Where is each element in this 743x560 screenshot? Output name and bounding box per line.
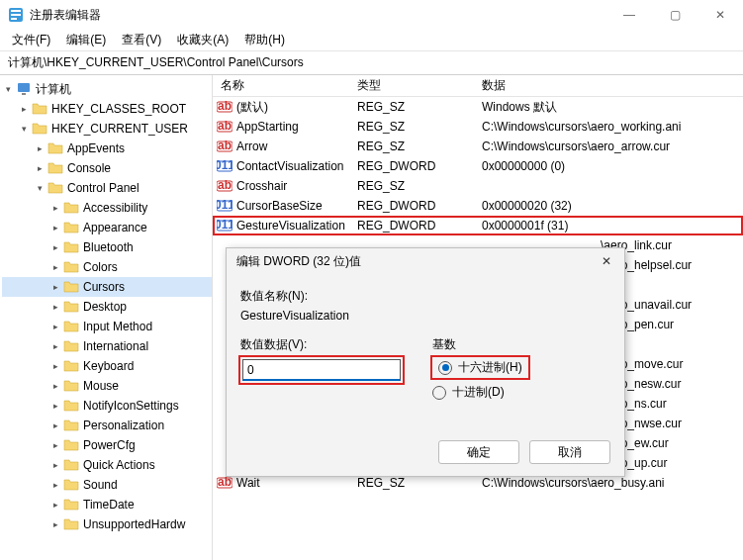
folder-icon <box>63 319 79 334</box>
tree-item-accessibility[interactable]: ▸Accessibility <box>2 198 212 218</box>
titlebar: 注册表编辑器 — ▢ ✕ <box>0 0 743 30</box>
folder-icon <box>47 140 63 156</box>
col-type[interactable]: 类型 <box>349 77 474 94</box>
tree-item-international[interactable]: ▸International <box>2 336 212 356</box>
tree-label: Appearance <box>83 221 147 234</box>
twisty-icon: ▸ <box>49 499 61 511</box>
twisty-icon: ▾ <box>34 182 46 194</box>
svg-rect-2 <box>11 14 21 16</box>
maximize-button[interactable]: ▢ <box>652 0 697 30</box>
tree-item-notifyiconsettings[interactable]: ▸NotifyIconSettings <box>2 396 212 416</box>
computer-icon <box>16 81 32 97</box>
close-button[interactable]: ✕ <box>697 0 743 30</box>
menu-view[interactable]: 查看(V) <box>114 30 169 50</box>
folder-icon <box>63 259 79 275</box>
value-data: 0x0000001f (31) <box>474 219 743 233</box>
tree-item-keyboard[interactable]: ▸Keyboard <box>2 356 212 376</box>
tree-item-bluetooth[interactable]: ▸Bluetooth <box>2 237 212 257</box>
twisty-icon: ▸ <box>34 142 46 154</box>
tree-item-mouse[interactable]: ▸Mouse <box>2 376 212 396</box>
tree-label: PowerCfg <box>83 438 136 452</box>
svg-text:011: 011 <box>217 158 232 172</box>
address-bar[interactable]: 计算机\HKEY_CURRENT_USER\Control Panel\Curs… <box>0 51 743 75</box>
value-name: Crosshair <box>236 179 287 193</box>
folder-icon <box>63 418 79 433</box>
dialog-body: 数值名称(N): GestureVisualization 数值数据(V): 基… <box>227 274 624 411</box>
list-row[interactable]: 011GestureVisualizationREG_DWORD0x000000… <box>213 216 743 235</box>
dialog-titlebar[interactable]: 编辑 DWORD (32 位)值 ✕ <box>227 248 624 274</box>
tree-label: Colors <box>83 260 118 274</box>
radix-dec[interactable]: 十进制(D) <box>432 384 528 401</box>
tree-label: UnsupportedHardw <box>83 517 185 531</box>
list-row[interactable]: abArrowREG_SZC:\Windows\cursors\aero_arr… <box>213 137 743 156</box>
twisty-icon: ▸ <box>18 103 30 115</box>
tree-item-desktop[interactable]: ▸Desktop <box>2 297 212 317</box>
twisty-icon: ▸ <box>49 518 61 530</box>
close-icon: ✕ <box>602 254 611 268</box>
twisty-icon: ▸ <box>49 241 61 253</box>
tree-label: Input Method <box>83 320 152 333</box>
tree-item-control-panel[interactable]: ▾Control Panel <box>2 178 212 198</box>
tree-item-hkey-current-user[interactable]: ▾HKEY_CURRENT_USER <box>2 119 212 139</box>
ok-button[interactable]: 确定 <box>438 440 519 464</box>
tree-item-console[interactable]: ▸Console <box>2 158 212 178</box>
tree-item-appevents[interactable]: ▸AppEvents <box>2 139 212 158</box>
list-row[interactable]: abAppStartingREG_SZC:\Windows\cursors\ae… <box>213 117 743 137</box>
binary-value-icon: 011 <box>217 158 232 174</box>
string-value-icon: ab <box>217 178 232 194</box>
address-path: 计算机\HKEY_CURRENT_USER\Control Panel\Curs… <box>8 54 304 71</box>
svg-text:ab: ab <box>218 119 232 133</box>
tree-item-colors[interactable]: ▸Colors <box>2 257 212 277</box>
tree-item-personalization[interactable]: ▸Personalization <box>2 416 212 435</box>
svg-text:ab: ab <box>218 178 232 192</box>
folder-icon <box>63 398 79 414</box>
tree-item-timedate[interactable]: ▸TimeDate <box>2 495 212 514</box>
value-type: REG_SZ <box>349 476 474 490</box>
string-value-icon: ab <box>217 475 232 491</box>
value-data-input[interactable] <box>242 359 401 381</box>
tree-item-quick-actions[interactable]: ▸Quick Actions <box>2 455 212 475</box>
tree-item-appearance[interactable]: ▸Appearance <box>2 218 212 237</box>
col-name[interactable]: 名称 <box>213 77 349 94</box>
minimize-button[interactable]: — <box>606 0 652 30</box>
dec-label: 十进制(D) <box>452 384 505 401</box>
folder-icon <box>47 160 63 176</box>
tree-item-powercfg[interactable]: ▸PowerCfg <box>2 435 212 455</box>
svg-rect-3 <box>11 18 17 20</box>
tree-label: Desktop <box>83 300 127 314</box>
tree-item-cursors[interactable]: ▸Cursors <box>2 277 212 297</box>
menu-edit[interactable]: 编辑(E) <box>58 30 114 50</box>
tree-item-sound[interactable]: ▸Sound <box>2 475 212 495</box>
value-type: REG_SZ <box>349 179 474 193</box>
twisty-icon: ▸ <box>49 301 61 313</box>
twisty-icon: ▸ <box>49 400 61 412</box>
menu-help[interactable]: 帮助(H) <box>236 30 293 50</box>
dialog-buttons: 确定 取消 <box>438 440 610 464</box>
dialog-close-button[interactable]: ✕ <box>597 252 616 270</box>
cancel-button[interactable]: 取消 <box>529 440 610 464</box>
folder-icon <box>63 220 79 235</box>
tree-label: International <box>83 339 148 353</box>
value-type: REG_DWORD <box>349 159 474 173</box>
tree-item-hkey-classes-root[interactable]: ▸HKEY_CLASSES_ROOT <box>2 99 212 119</box>
list-row[interactable]: 011ContactVisualizationREG_DWORD0x000000… <box>213 156 743 176</box>
tree-label: NotifyIconSettings <box>83 399 179 413</box>
window-title: 注册表编辑器 <box>30 7 101 24</box>
svg-text:011: 011 <box>217 218 232 232</box>
radix-hex[interactable]: 十六进制(H) <box>438 359 522 376</box>
edit-dword-dialog: 编辑 DWORD (32 位)值 ✕ 数值名称(N): GestureVisua… <box>226 247 625 477</box>
tree-label: Sound <box>83 478 118 492</box>
menu-file[interactable]: 文件(F) <box>4 30 58 50</box>
tree-item--[interactable]: ▾计算机 <box>2 79 212 99</box>
twisty-icon: ▸ <box>49 340 61 352</box>
menu-favorites[interactable]: 收藏夹(A) <box>169 30 236 50</box>
list-row[interactable]: 011CursorBaseSizeREG_DWORD0x00000020 (32… <box>213 196 743 216</box>
twisty-icon: ▸ <box>49 439 61 451</box>
tree-item-input-method[interactable]: ▸Input Method <box>2 317 212 336</box>
tree-label: Console <box>67 161 111 175</box>
col-data[interactable]: 数据 <box>474 77 743 94</box>
minimize-icon: — <box>623 8 635 22</box>
tree-item-unsupportedhardw[interactable]: ▸UnsupportedHardw <box>2 514 212 534</box>
list-row[interactable]: ab(默认)REG_SZWindows 默认 <box>213 97 743 117</box>
list-row[interactable]: abCrosshairREG_SZ <box>213 176 743 196</box>
